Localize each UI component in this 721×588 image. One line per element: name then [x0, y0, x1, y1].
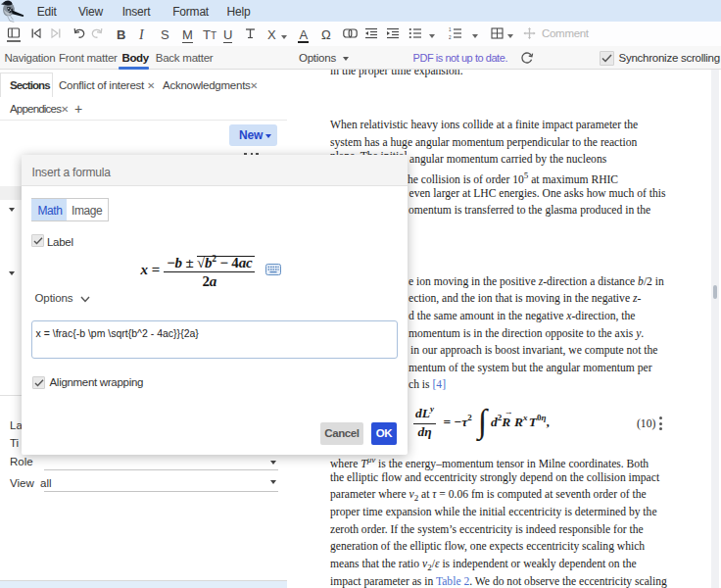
- svg-text:2: 2: [449, 35, 452, 40]
- svg-text:1: 1: [449, 27, 452, 32]
